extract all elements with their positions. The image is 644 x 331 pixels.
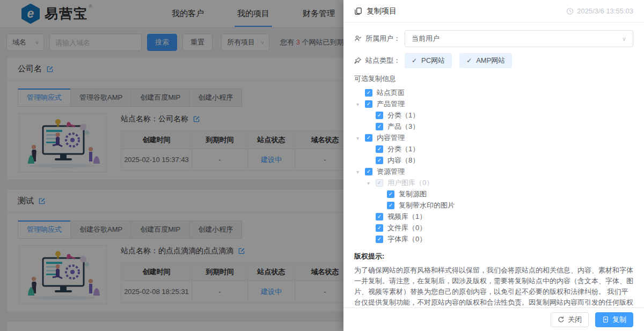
copy-button[interactable]: 复制	[595, 312, 633, 327]
checkbox-checked[interactable]: ✓	[376, 224, 383, 232]
checkbox-checked[interactable]: ✓	[365, 168, 372, 175]
caret-icon[interactable]: ▾	[356, 101, 365, 107]
caret-icon[interactable]: ▾	[356, 169, 365, 175]
user-icon	[354, 35, 362, 42]
tree-item-copy-watermarked: ▾✓复制带水印的图片	[354, 200, 633, 211]
checkbox-checked[interactable]: ✓	[365, 89, 372, 97]
close-button[interactable]: 关闭	[551, 312, 589, 327]
tree-item-resource-mgmt: ▾✓资源管理	[354, 166, 633, 177]
copy-icon	[354, 7, 362, 15]
caret-icon[interactable]: ▾	[367, 180, 376, 186]
tree-item-user-gallery: ▾✓用户图库（0）	[354, 178, 633, 188]
checkbox-checked[interactable]: ✓	[365, 134, 372, 142]
check-icon: ✓	[466, 57, 472, 64]
clock-icon	[566, 8, 574, 15]
tree-item-video-library: ▾✓视频库（1）	[354, 211, 633, 222]
checkbox-checked[interactable]: ✓	[387, 190, 394, 198]
tree-item-site-pages: ▾✓站点页面	[354, 87, 633, 98]
drawer-timestamp: 2025/3/6 13:55:03	[577, 7, 633, 15]
owner-label: 所属用户：	[365, 34, 400, 43]
site-type-tag-amp[interactable]: ✓AMP网站	[459, 53, 512, 68]
checkbox-checked[interactable]: ✓	[376, 145, 383, 153]
owner-select[interactable]: 当前用户 ∨	[405, 30, 633, 47]
checkbox-checked[interactable]: ✓	[387, 202, 394, 209]
checkbox-checked[interactable]: ✓	[365, 100, 372, 108]
owner-select-value: 当前用户	[412, 34, 440, 43]
check-icon: ✓	[412, 57, 417, 64]
chevron-down-icon: ∨	[622, 35, 626, 42]
checkbox-disabled: ✓	[376, 179, 383, 187]
copyright-title: 版权提示:	[354, 252, 633, 261]
document-copy-icon	[602, 316, 609, 323]
tree-item-content-category: ▾✓分类（1）	[354, 144, 633, 155]
drawer-title: 复制项目	[367, 6, 397, 16]
tree-item-file-library: ▾✓文件库（0）	[354, 223, 633, 233]
tree-item-product-mgmt: ▾✓产品管理	[354, 99, 633, 109]
tree-item-content-mgmt: ▾✓内容管理	[354, 133, 633, 143]
copy-options-tree: ▾✓站点页面 ▾✓产品管理 ▾✓分类（1） ▾✓产品（3） ▾✓内容管理 ▾✓分…	[354, 87, 633, 245]
tree-item-content: ▾✓内容（8）	[354, 155, 633, 166]
site-type-label: 站点类型：	[365, 56, 400, 65]
close-refresh-icon	[558, 316, 565, 323]
checkbox-checked[interactable]: ✓	[376, 123, 383, 130]
tree-item-copy-source-image: ▾✓复制源图	[354, 189, 633, 200]
tree-item-product: ▾✓产品（3）	[354, 121, 633, 132]
caret-icon[interactable]: ▾	[356, 135, 365, 141]
checkbox-checked[interactable]: ✓	[376, 213, 383, 220]
site-type-tag-pc[interactable]: ✓PC网站	[405, 53, 452, 68]
checkbox-checked[interactable]: ✓	[376, 157, 383, 164]
tree-item-font-library: ▾✓字体库（0）	[354, 234, 633, 245]
copy-project-drawer: 复制项目 2025/3/6 13:55:03 所属用户： 当前用户 ∨ 站点类型…	[343, 0, 644, 331]
copyright-text: 为了确保网站的原有风格和样式得以保留，我们会将原站点的相关信息、内容、素材和字体…	[354, 265, 633, 307]
checkbox-checked[interactable]: ✓	[376, 236, 383, 243]
pin-icon	[354, 57, 362, 64]
checkbox-checked[interactable]: ✓	[376, 112, 383, 119]
tree-title: 可选复制信息	[354, 74, 633, 84]
tree-item-product-category: ▾✓分类（1）	[354, 110, 633, 121]
